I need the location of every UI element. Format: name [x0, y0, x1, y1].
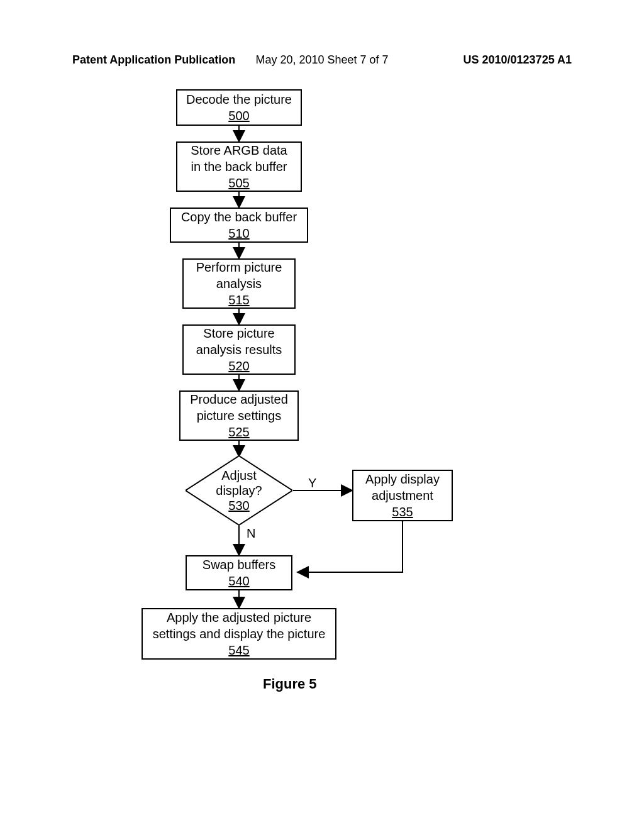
step-copy-back-buffer: Copy the back buffer 510 [170, 208, 308, 243]
step-ref: 525 [228, 424, 249, 440]
flowchart-connectors [0, 85, 644, 777]
step-text: settings and display the picture [153, 626, 326, 642]
step-ref: 515 [228, 292, 249, 308]
step-text: Perform picture [196, 259, 282, 275]
step-text: Swap buffers [203, 556, 275, 573]
step-swap-buffers: Swap buffers 540 [186, 555, 292, 590]
header-patent-number: US 2010/0123725 A1 [464, 53, 572, 67]
step-perform-analysis: Perform picture analysis 515 [182, 258, 296, 309]
step-text: Produce adjusted [190, 391, 288, 407]
step-store-results: Store picture analysis results 520 [182, 324, 296, 375]
step-text: picture settings [197, 407, 282, 424]
step-text: Store picture [203, 325, 274, 341]
step-ref: 510 [228, 225, 249, 241]
step-ref: 540 [228, 573, 249, 589]
step-produce-adjusted: Produce adjusted picture settings 525 [179, 390, 299, 441]
step-ref: 505 [228, 175, 249, 191]
header-date-sheet: May 20, 2010 Sheet 7 of 7 [255, 53, 388, 67]
figure-caption: Figure 5 [263, 676, 317, 692]
label-no: N [247, 526, 255, 541]
flowchart: Decode the picture 500 Store ARGB data i… [0, 85, 644, 777]
step-text: in the back buffer [191, 158, 287, 175]
step-text: analysis results [196, 341, 282, 358]
decision-text: display? [216, 483, 262, 498]
step-text: Store ARGB data [191, 142, 287, 158]
step-text: analysis [216, 275, 262, 292]
step-apply-and-display: Apply the adjusted picture settings and … [142, 608, 336, 660]
decision-text: Adjust [221, 468, 257, 483]
step-text: adjustment [372, 487, 433, 504]
step-decode-picture: Decode the picture 500 [176, 89, 302, 126]
step-text: Apply the adjusted picture [167, 609, 311, 626]
step-store-argb: Store ARGB data in the back buffer 505 [176, 141, 302, 192]
header-publication: Patent Application Publication [72, 53, 235, 67]
decision-ref: 530 [228, 498, 249, 513]
step-ref: 520 [228, 358, 249, 374]
label-yes: Y [308, 476, 316, 490]
step-text: Apply display [365, 471, 440, 487]
step-ref: 500 [228, 108, 249, 124]
step-ref: 535 [392, 504, 413, 520]
step-text: Decode the picture [186, 91, 292, 108]
decision-adjust-display: Adjust display? 530 [186, 456, 292, 525]
step-apply-display-adjustment: Apply display adjustment 535 [352, 470, 453, 521]
step-text: Copy the back buffer [181, 209, 297, 225]
step-ref: 545 [228, 642, 249, 658]
